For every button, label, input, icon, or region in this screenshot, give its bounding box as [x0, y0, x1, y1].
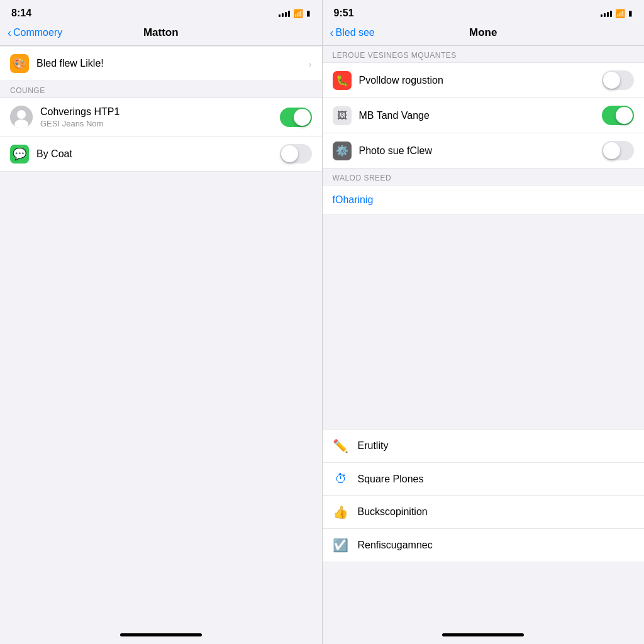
bycoat-item-title: By Coat	[36, 148, 72, 159]
contacts-avatar	[10, 106, 33, 128]
contacts-toggle-knob	[294, 109, 311, 126]
contacts-item-title: Cohverings HTP1	[40, 106, 272, 118]
right-home-bar	[442, 633, 524, 636]
right-back-chevron: ‹	[330, 27, 334, 38]
toggle-content-2: MB Tand Vange	[359, 110, 595, 121]
toggle-knob-3	[603, 142, 620, 159]
bottom-item-2[interactable]: ⏱ Square Plones	[323, 463, 645, 496]
right-nav-title: Mone	[469, 26, 497, 39]
left-content: 🎨 Bled flew Likle! › COUNGE Cohverings H…	[0, 46, 322, 625]
bottom-item-3[interactable]: 👍 Buckscopinition	[323, 496, 645, 529]
contacts-list-item[interactable]: Cohverings HTP1 GESI Jeans Nom	[0, 97, 322, 136]
bottom-icon-1: ✏️	[333, 438, 349, 453]
right-status-bar: 9:51 📶 ▮	[323, 0, 645, 23]
right-signal-icon	[601, 9, 612, 17]
bottom-item-4[interactable]: ☑️ Renfiscugamnec	[323, 529, 645, 562]
toggle-item-2[interactable]: 🖼 MB Tand Vange	[323, 98, 645, 133]
toggle-icon-1: 🐛	[333, 71, 352, 90]
toggle-icon-3: ⚙️	[333, 142, 352, 160]
contacts-toggle[interactable]	[280, 108, 312, 127]
toggle-title-2: MB Tand Vange	[359, 110, 430, 121]
left-home-bar	[120, 633, 202, 636]
bottom-label-3: Buckscopinition	[358, 506, 428, 518]
special-item-content: Bled flew Likle!	[36, 58, 301, 69]
toggle-content-1: Pvolldow rogustion	[359, 75, 595, 86]
special-item-icon: 🎨	[10, 54, 29, 73]
left-time: 8:14	[11, 8, 31, 19]
left-nav-bar: ‹ Commoery Matton	[0, 23, 322, 46]
bottom-icon-2: ⏱	[333, 472, 349, 486]
right-section-header-top: LEROUE VESINEGS MQUANTES	[323, 46, 645, 62]
bycoat-list-item[interactable]: 💬 By Coat	[0, 136, 322, 172]
toggle-switch-3[interactable]	[602, 141, 634, 160]
special-list-item[interactable]: 🎨 Bled flew Likle! ›	[0, 46, 322, 81]
bycoat-toggle-knob	[281, 145, 298, 162]
link-item[interactable]: fOharinig	[323, 185, 645, 215]
bottom-icon-3: 👍	[333, 504, 349, 519]
bycoat-item-content: By Coat	[36, 148, 272, 160]
bottom-icon-4: ☑️	[333, 538, 349, 553]
right-home-indicator	[323, 625, 645, 644]
right-back-button[interactable]: ‹ Bled see	[330, 27, 375, 38]
right-spacer	[323, 215, 645, 429]
left-back-label: Commoery	[13, 27, 62, 38]
right-wifi-icon: 📶	[615, 9, 625, 18]
right-content: LEROUE VESINEGS MQUANTES 🐛 Pvolldow rogu…	[323, 46, 645, 625]
bottom-label-4: Renfiscugamnec	[358, 540, 433, 551]
bottom-label-1: Erutlity	[358, 440, 389, 452]
left-back-button[interactable]: ‹ Commoery	[8, 27, 62, 38]
toggle-title-3: Photo sue fClew	[359, 145, 433, 156]
bottom-label-2: Square Plones	[358, 474, 424, 485]
toggle-icon-2: 🖼	[333, 106, 352, 125]
bottom-item-1[interactable]: ✏️ Erutlity	[323, 430, 645, 463]
svg-point-1	[17, 110, 26, 119]
toggle-knob-2	[616, 107, 633, 124]
right-nav-bar: ‹ Bled see Mone	[323, 23, 645, 46]
right-time: 9:51	[334, 8, 354, 19]
bycoat-icon: 💬	[10, 145, 29, 164]
toggle-item-1[interactable]: 🐛 Pvolldow rogustion	[323, 62, 645, 98]
battery-icon: ▮	[306, 9, 311, 18]
left-status-bar: 8:14 📶 ▮	[0, 0, 322, 23]
left-nav-title: Matton	[143, 26, 179, 39]
toggle-switch-2[interactable]	[602, 106, 634, 125]
right-screen: 9:51 📶 ▮ ‹ Bled see Mone LEROUE VESINEGS…	[323, 0, 645, 644]
right-section-header-mid: WALOD Sreed	[323, 169, 645, 185]
special-item-title: Bled flew Likle!	[36, 58, 104, 69]
right-battery-icon: ▮	[628, 9, 633, 18]
toggle-item-3[interactable]: ⚙️ Photo sue fClew	[323, 133, 645, 169]
bottom-items-container: ✏️ Erutlity ⏱ Square Plones 👍 Buckscopin…	[323, 429, 645, 562]
right-back-label: Bled see	[336, 27, 375, 38]
toggle-title-1: Pvolldow rogustion	[359, 75, 443, 86]
toggle-knob-1	[603, 72, 620, 89]
left-screen: 8:14 📶 ▮ ‹ Commoery Matton 🎨 Bled	[0, 0, 323, 644]
left-status-icons: 📶 ▮	[279, 9, 311, 18]
wifi-icon: 📶	[293, 9, 303, 18]
toggle-switch-1[interactable]	[602, 70, 634, 90]
bycoat-toggle[interactable]	[280, 144, 312, 164]
signal-icon	[279, 9, 290, 17]
contacts-item-content: Cohverings HTP1 GESI Jeans Nom	[40, 106, 272, 128]
special-item-chevron: ›	[309, 58, 312, 69]
left-section-header: COUNGE	[0, 81, 322, 97]
left-home-indicator	[0, 625, 322, 644]
contacts-item-subtitle: GESI Jeans Nom	[40, 119, 272, 128]
left-back-chevron: ‹	[8, 27, 11, 38]
right-status-icons: 📶 ▮	[601, 9, 633, 18]
toggle-content-3: Photo sue fClew	[359, 145, 595, 157]
